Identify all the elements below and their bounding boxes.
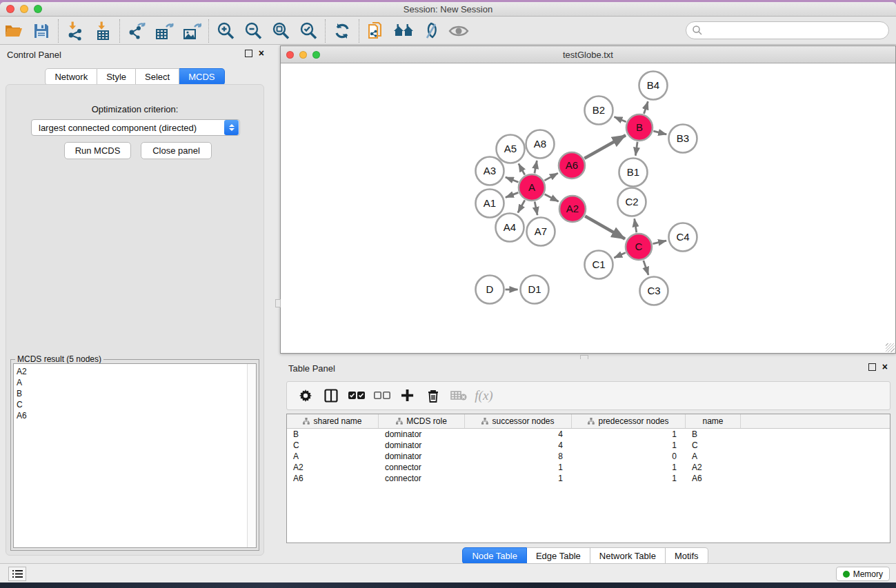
graph-node-D1[interactable]: D1 (521, 276, 549, 304)
network-canvas[interactable]: AA1A3A4A5A7A8A6A2BB1B2B3B4CC1C2C3C4DD1 (281, 63, 895, 353)
edge-C-C2[interactable] (635, 219, 637, 232)
graph-node-B[interactable]: B (626, 114, 653, 141)
graph-node-A7[interactable]: A7 (527, 218, 555, 246)
table-cell[interactable]: A2 (287, 462, 379, 473)
zoom-selected-button[interactable] (295, 19, 322, 43)
result-list-item[interactable]: C (17, 399, 256, 410)
edge-C-C3[interactable] (644, 261, 648, 275)
close-panel-icon[interactable]: × (259, 50, 264, 57)
table-row[interactable]: Bdominator41B (287, 429, 890, 440)
table-cell[interactable]: 1 (465, 462, 572, 473)
table-cell[interactable]: A6 (287, 473, 379, 484)
graph-node-B4[interactable]: B4 (639, 72, 668, 100)
select-all-button[interactable] (344, 383, 369, 408)
tab-edge-table[interactable]: Edge Table (527, 547, 590, 565)
edge-A-A3[interactable] (506, 177, 519, 182)
table-cell[interactable]: B (287, 429, 379, 440)
run-mcds-button[interactable]: Run MCDS (64, 142, 131, 159)
task-history-button[interactable] (8, 567, 26, 581)
close-window-button[interactable] (6, 5, 14, 13)
graph-node-A4[interactable]: A4 (496, 214, 524, 242)
graph-node-B3[interactable]: B3 (669, 125, 697, 153)
maximize-window-button[interactable] (34, 5, 42, 13)
table-cell[interactable]: B (686, 429, 741, 440)
edge-A-A8[interactable] (535, 161, 537, 173)
graph-node-D[interactable]: D (476, 276, 504, 304)
table-cell[interactable]: A2 (686, 462, 741, 473)
home-button[interactable] (390, 19, 417, 43)
table-row[interactable]: A2connector11A2 (287, 462, 890, 473)
export-image-button[interactable] (178, 19, 206, 43)
tab-network-table[interactable]: Network Table (590, 547, 666, 565)
zoom-fit-button[interactable] (267, 19, 295, 43)
graph-node-C3[interactable]: C3 (640, 277, 668, 305)
tab-network[interactable]: Network (45, 68, 97, 85)
table-cell[interactable]: dominator (379, 451, 465, 462)
import-table-button[interactable] (89, 19, 117, 43)
graph-node-A5[interactable]: A5 (497, 135, 525, 163)
export-table-button[interactable] (150, 19, 178, 43)
table-cell[interactable]: 8 (465, 451, 572, 462)
column-header-MCDS-role[interactable]: MCDS role (379, 414, 465, 428)
table-cell[interactable]: 4 (465, 440, 572, 451)
open-session-button[interactable] (0, 19, 28, 43)
graph-node-B1[interactable]: B1 (619, 159, 648, 187)
mcds-result-list[interactable]: A2ABCA6 (13, 363, 257, 548)
edge-B-B4[interactable] (644, 101, 648, 114)
close-window-button[interactable] (286, 51, 294, 59)
result-list-item[interactable]: B (17, 388, 256, 399)
edge-A-A7[interactable] (535, 202, 537, 215)
tab-style[interactable]: Style (97, 68, 136, 85)
graph-node-C4[interactable]: C4 (669, 223, 697, 252)
edge-A-A5[interactable] (519, 163, 525, 174)
edge-A-A6[interactable] (544, 173, 557, 181)
table-cell[interactable]: 1 (572, 473, 686, 484)
add-column-button[interactable] (395, 383, 420, 408)
graph-node-A1[interactable]: A1 (476, 190, 504, 218)
deselect-all-button[interactable] (369, 383, 395, 408)
import-network-button[interactable] (61, 19, 89, 43)
column-header-successor-nodes[interactable]: successor nodes (465, 414, 572, 428)
table-cell[interactable]: 1 (572, 462, 686, 473)
edge-A-A1[interactable] (506, 192, 518, 197)
memory-button[interactable]: Memory (836, 567, 890, 581)
table-cell[interactable]: connector (379, 462, 465, 473)
tab-node-table[interactable]: Node Table (462, 547, 527, 565)
graph-node-A2[interactable]: A2 (559, 196, 586, 222)
export-network-button[interactable] (123, 19, 150, 43)
split-view-button[interactable] (318, 383, 344, 408)
table-row[interactable]: Adominator80A (287, 451, 890, 462)
graph-node-C2[interactable]: C2 (618, 188, 646, 216)
column-header-name[interactable]: name (686, 414, 741, 428)
table-cell[interactable]: dominator (379, 440, 465, 451)
result-scrollbar[interactable] (247, 364, 256, 547)
splitter-grip-left[interactable] (275, 299, 281, 307)
float-panel-icon[interactable] (868, 363, 876, 371)
close-panel-icon[interactable]: × (882, 363, 888, 371)
minimize-window-button[interactable] (20, 5, 28, 13)
delete-column-button[interactable] (420, 383, 446, 408)
criterion-dropdown[interactable]: largest connected component (directed) (31, 119, 240, 136)
maximize-window-button[interactable] (312, 51, 320, 59)
graph-node-A[interactable]: A (519, 174, 545, 201)
table-cell[interactable]: A (287, 451, 379, 462)
edge-A-A2[interactable] (545, 194, 559, 202)
edge-A6-B[interactable] (584, 135, 626, 158)
tab-mcds[interactable]: MCDS (179, 68, 224, 85)
window-resize-grip[interactable] (886, 343, 895, 352)
table-row[interactable]: A6connector11A6 (287, 473, 890, 484)
edge-B-B2[interactable] (615, 117, 626, 122)
show-graphics-button[interactable] (445, 19, 472, 43)
table-cell[interactable]: 1 (465, 473, 572, 484)
table-cell[interactable]: 1 (572, 440, 686, 451)
graph-node-A8[interactable]: A8 (526, 130, 555, 159)
save-session-button[interactable] (28, 19, 55, 43)
table-cell[interactable]: C (686, 440, 741, 451)
graph-node-A3[interactable]: A3 (476, 157, 504, 185)
node-table[interactable]: shared nameMCDS rolesuccessor nodesprede… (286, 414, 890, 543)
graph-node-C1[interactable]: C1 (585, 251, 613, 279)
edge-A2-C[interactable] (585, 216, 625, 239)
graph-node-B2[interactable]: B2 (585, 97, 613, 125)
table-cell[interactable]: connector (379, 473, 465, 484)
edge-C-C4[interactable] (653, 241, 667, 243)
